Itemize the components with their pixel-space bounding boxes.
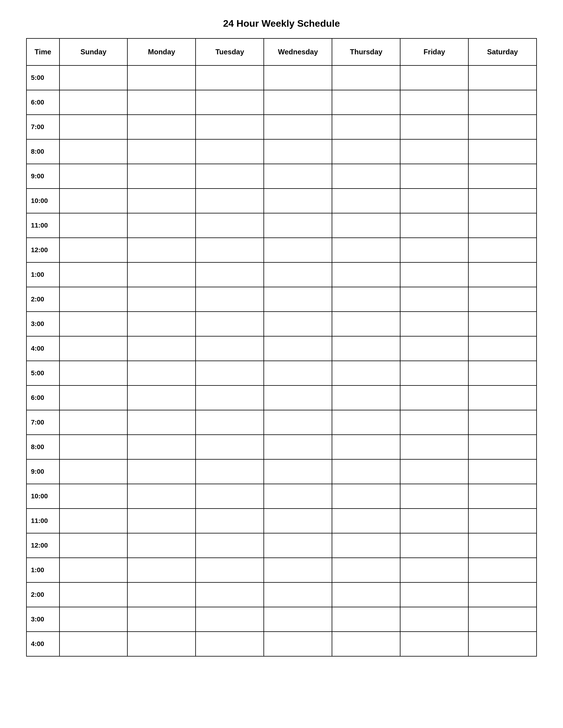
schedule-cell bbox=[127, 582, 195, 607]
header-sunday: Sunday bbox=[59, 38, 128, 65]
schedule-cell bbox=[264, 238, 332, 262]
schedule-cell bbox=[59, 435, 128, 459]
schedule-cell bbox=[59, 90, 128, 115]
schedule-cell bbox=[468, 189, 537, 213]
schedule-cell bbox=[127, 238, 195, 262]
table-row: 8:00 bbox=[26, 139, 537, 164]
schedule-cell bbox=[332, 139, 400, 164]
schedule-cell bbox=[468, 410, 537, 435]
schedule-cell bbox=[59, 361, 128, 385]
schedule-cell bbox=[127, 607, 195, 632]
schedule-cell bbox=[400, 533, 468, 558]
schedule-cell bbox=[59, 213, 128, 238]
schedule-cell bbox=[400, 336, 468, 361]
schedule-cell bbox=[264, 385, 332, 410]
schedule-cell bbox=[127, 558, 195, 582]
table-row: 11:00 bbox=[26, 213, 537, 238]
schedule-cell bbox=[127, 632, 195, 656]
schedule-cell bbox=[127, 484, 195, 509]
schedule-cell bbox=[332, 90, 400, 115]
time-cell: 3:00 bbox=[26, 607, 59, 632]
schedule-cell bbox=[468, 312, 537, 336]
schedule-cell bbox=[127, 361, 195, 385]
header-friday: Friday bbox=[400, 38, 468, 65]
schedule-cell bbox=[400, 115, 468, 139]
time-cell: 10:00 bbox=[26, 189, 59, 213]
time-cell: 11:00 bbox=[26, 213, 59, 238]
schedule-cell bbox=[468, 164, 537, 189]
schedule-cell bbox=[468, 558, 537, 582]
schedule-cell bbox=[127, 213, 195, 238]
schedule-cell bbox=[127, 189, 195, 213]
schedule-cell bbox=[332, 312, 400, 336]
schedule-cell bbox=[195, 459, 264, 484]
header-tuesday: Tuesday bbox=[195, 38, 264, 65]
schedule-cell bbox=[332, 459, 400, 484]
schedule-cell bbox=[264, 361, 332, 385]
header-monday: Monday bbox=[127, 38, 195, 65]
schedule-cell bbox=[59, 189, 128, 213]
schedule-cell bbox=[468, 238, 537, 262]
schedule-cell bbox=[127, 533, 195, 558]
schedule-cell bbox=[59, 385, 128, 410]
schedule-cell bbox=[59, 459, 128, 484]
schedule-cell bbox=[400, 139, 468, 164]
schedule-cell bbox=[127, 336, 195, 361]
schedule-cell bbox=[195, 410, 264, 435]
schedule-cell bbox=[59, 65, 128, 90]
table-row: 1:00 bbox=[26, 558, 537, 582]
table-row: 11:00 bbox=[26, 509, 537, 533]
schedule-cell bbox=[332, 410, 400, 435]
time-cell: 4:00 bbox=[26, 632, 59, 656]
table-row: 9:00 bbox=[26, 164, 537, 189]
table-row: 10:00 bbox=[26, 189, 537, 213]
schedule-cell bbox=[264, 484, 332, 509]
schedule-cell bbox=[59, 558, 128, 582]
schedule-cell bbox=[468, 435, 537, 459]
schedule-cell bbox=[468, 336, 537, 361]
table-row: 5:00 bbox=[26, 65, 537, 90]
schedule-cell bbox=[264, 632, 332, 656]
time-cell: 6:00 bbox=[26, 90, 59, 115]
schedule-cell bbox=[332, 164, 400, 189]
schedule-cell bbox=[468, 509, 537, 533]
schedule-cell bbox=[332, 558, 400, 582]
schedule-cell bbox=[468, 582, 537, 607]
schedule-cell bbox=[468, 632, 537, 656]
schedule-cell bbox=[264, 410, 332, 435]
schedule-cell bbox=[195, 435, 264, 459]
schedule-cell bbox=[264, 558, 332, 582]
schedule-cell bbox=[400, 361, 468, 385]
table-row: 4:00 bbox=[26, 632, 537, 656]
schedule-cell bbox=[195, 582, 264, 607]
table-row: 2:00 bbox=[26, 287, 537, 312]
table-row: 7:00 bbox=[26, 410, 537, 435]
schedule-cell bbox=[264, 262, 332, 287]
schedule-cell bbox=[127, 435, 195, 459]
schedule-cell bbox=[127, 164, 195, 189]
schedule-cell bbox=[332, 607, 400, 632]
schedule-cell bbox=[59, 139, 128, 164]
schedule-cell bbox=[127, 410, 195, 435]
schedule-cell bbox=[332, 287, 400, 312]
table-row: 5:00 bbox=[26, 361, 537, 385]
schedule-cell bbox=[195, 484, 264, 509]
time-cell: 5:00 bbox=[26, 65, 59, 90]
schedule-cell bbox=[195, 238, 264, 262]
schedule-cell bbox=[400, 287, 468, 312]
schedule-cell bbox=[127, 90, 195, 115]
schedule-cell bbox=[468, 385, 537, 410]
time-cell: 12:00 bbox=[26, 238, 59, 262]
time-cell: 8:00 bbox=[26, 139, 59, 164]
schedule-cell bbox=[400, 213, 468, 238]
schedule-cell bbox=[127, 509, 195, 533]
schedule-cell bbox=[127, 115, 195, 139]
schedule-cell bbox=[195, 312, 264, 336]
schedule-cell bbox=[264, 336, 332, 361]
time-cell: 1:00 bbox=[26, 558, 59, 582]
schedule-cell bbox=[195, 213, 264, 238]
header-row: Time Sunday Monday Tuesday Wednesday Thu… bbox=[26, 38, 537, 65]
time-cell: 6:00 bbox=[26, 385, 59, 410]
schedule-cell bbox=[468, 213, 537, 238]
table-row: 2:00 bbox=[26, 582, 537, 607]
